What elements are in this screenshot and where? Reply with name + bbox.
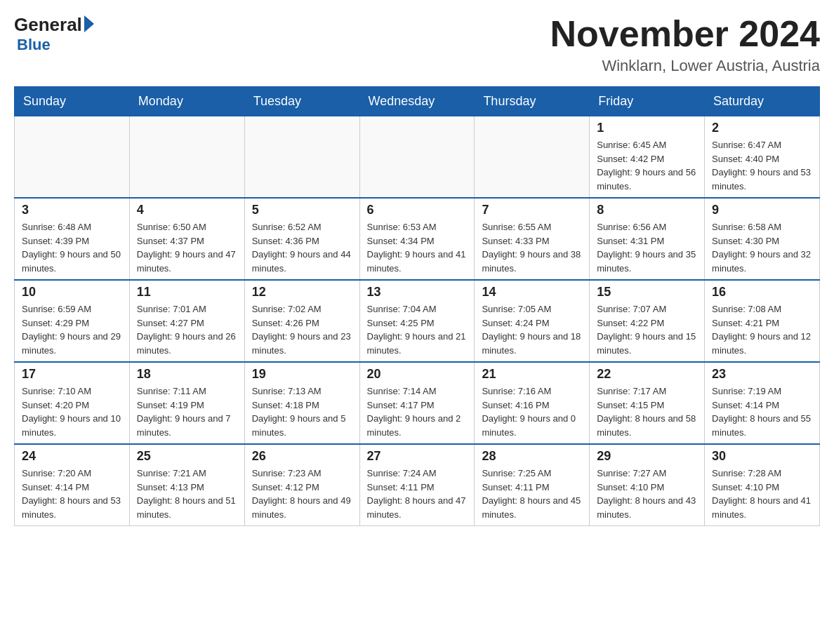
day-number: 2 <box>712 121 812 135</box>
day-number: 16 <box>712 285 812 300</box>
week-row-0: 1Sunrise: 6:45 AMSunset: 4:42 PMDaylight… <box>15 116 820 199</box>
day-info: Sunrise: 7:08 AMSunset: 4:21 PMDaylight:… <box>712 302 812 357</box>
day-number: 21 <box>482 367 582 382</box>
day-number: 4 <box>137 203 237 217</box>
day-number: 24 <box>22 449 122 464</box>
day-info: Sunrise: 6:58 AMSunset: 4:30 PMDaylight:… <box>712 220 812 275</box>
day-number: 18 <box>137 367 237 382</box>
day-info: Sunrise: 7:01 AMSunset: 4:27 PMDaylight:… <box>137 302 237 357</box>
day-info: Sunrise: 7:04 AMSunset: 4:25 PMDaylight:… <box>367 302 468 357</box>
calendar-table: SundayMondayTuesdayWednesdayThursdayFrid… <box>14 86 820 526</box>
day-number: 20 <box>367 367 468 382</box>
day-cell: 30Sunrise: 7:28 AMSunset: 4:10 PMDayligh… <box>705 444 820 526</box>
location-title: Winklarn, Lower Austria, Austria <box>550 57 820 75</box>
day-number: 9 <box>712 203 812 217</box>
day-number: 27 <box>367 449 468 464</box>
day-info: Sunrise: 7:02 AMSunset: 4:26 PMDaylight:… <box>252 302 352 357</box>
day-number: 13 <box>367 285 468 300</box>
day-number: 29 <box>597 449 697 464</box>
day-cell: 4Sunrise: 6:50 AMSunset: 4:37 PMDaylight… <box>129 198 244 280</box>
title-section: November 2024 Winklarn, Lower Austria, A… <box>550 14 820 75</box>
day-info: Sunrise: 7:28 AMSunset: 4:10 PMDaylight:… <box>712 467 812 521</box>
day-cell: 14Sunrise: 7:05 AMSunset: 4:24 PMDayligh… <box>475 280 590 362</box>
day-cell: 13Sunrise: 7:04 AMSunset: 4:25 PMDayligh… <box>359 280 475 362</box>
day-info: Sunrise: 7:11 AMSunset: 4:19 PMDaylight:… <box>137 384 237 439</box>
day-info: Sunrise: 7:13 AMSunset: 4:18 PMDaylight:… <box>252 384 352 439</box>
day-number: 14 <box>482 285 582 300</box>
day-info: Sunrise: 7:07 AMSunset: 4:22 PMDaylight:… <box>597 302 697 357</box>
day-cell: 6Sunrise: 6:53 AMSunset: 4:34 PMDaylight… <box>359 198 475 280</box>
day-number: 17 <box>22 367 122 382</box>
day-number: 25 <box>137 449 237 464</box>
day-info: Sunrise: 7:21 AMSunset: 4:13 PMDaylight:… <box>137 467 237 521</box>
day-number: 11 <box>137 285 237 300</box>
day-cell: 12Sunrise: 7:02 AMSunset: 4:26 PMDayligh… <box>244 280 359 362</box>
day-cell: 24Sunrise: 7:20 AMSunset: 4:14 PMDayligh… <box>15 444 130 526</box>
day-cell: 19Sunrise: 7:13 AMSunset: 4:18 PMDayligh… <box>244 362 359 444</box>
day-cell: 26Sunrise: 7:23 AMSunset: 4:12 PMDayligh… <box>244 444 359 526</box>
day-info: Sunrise: 7:23 AMSunset: 4:12 PMDaylight:… <box>252 467 352 521</box>
day-info: Sunrise: 7:10 AMSunset: 4:20 PMDaylight:… <box>22 384 122 439</box>
day-cell: 10Sunrise: 6:59 AMSunset: 4:29 PMDayligh… <box>15 280 130 362</box>
logo-blue-text: Blue <box>17 36 51 54</box>
day-cell <box>244 116 359 199</box>
day-cell: 28Sunrise: 7:25 AMSunset: 4:11 PMDayligh… <box>475 444 590 526</box>
day-info: Sunrise: 7:20 AMSunset: 4:14 PMDaylight:… <box>22 467 122 521</box>
day-cell <box>15 116 130 199</box>
day-number: 30 <box>712 449 812 464</box>
day-info: Sunrise: 7:24 AMSunset: 4:11 PMDaylight:… <box>367 467 468 521</box>
day-info: Sunrise: 7:14 AMSunset: 4:17 PMDaylight:… <box>367 384 468 439</box>
day-cell: 16Sunrise: 7:08 AMSunset: 4:21 PMDayligh… <box>705 280 820 362</box>
day-cell: 25Sunrise: 7:21 AMSunset: 4:13 PMDayligh… <box>129 444 244 526</box>
header-friday: Friday <box>590 87 705 116</box>
header-thursday: Thursday <box>475 87 590 116</box>
day-info: Sunrise: 7:19 AMSunset: 4:14 PMDaylight:… <box>712 384 812 439</box>
header-monday: Monday <box>129 87 244 116</box>
day-number: 3 <box>22 203 122 217</box>
day-info: Sunrise: 6:52 AMSunset: 4:36 PMDaylight:… <box>252 220 352 275</box>
day-cell: 9Sunrise: 6:58 AMSunset: 4:30 PMDaylight… <box>705 198 820 280</box>
day-info: Sunrise: 7:27 AMSunset: 4:10 PMDaylight:… <box>597 467 697 521</box>
day-cell <box>359 116 475 199</box>
header-sunday: Sunday <box>15 87 130 116</box>
day-number: 19 <box>252 367 352 382</box>
day-info: Sunrise: 7:25 AMSunset: 4:11 PMDaylight:… <box>482 467 582 521</box>
logo-general-text: General <box>14 14 82 36</box>
day-cell: 23Sunrise: 7:19 AMSunset: 4:14 PMDayligh… <box>705 362 820 444</box>
day-info: Sunrise: 6:53 AMSunset: 4:34 PMDaylight:… <box>367 220 468 275</box>
week-row-3: 17Sunrise: 7:10 AMSunset: 4:20 PMDayligh… <box>15 362 820 444</box>
header-saturday: Saturday <box>705 87 820 116</box>
day-number: 15 <box>597 285 697 300</box>
day-cell: 3Sunrise: 6:48 AMSunset: 4:39 PMDaylight… <box>15 198 130 280</box>
logo-top: General <box>14 14 94 36</box>
day-info: Sunrise: 7:05 AMSunset: 4:24 PMDaylight:… <box>482 302 582 357</box>
day-cell: 18Sunrise: 7:11 AMSunset: 4:19 PMDayligh… <box>129 362 244 444</box>
day-number: 23 <box>712 367 812 382</box>
day-info: Sunrise: 6:47 AMSunset: 4:40 PMDaylight:… <box>712 138 812 193</box>
day-number: 8 <box>597 203 697 217</box>
header: General Blue November 2024 Winklarn, Low… <box>14 14 820 75</box>
week-row-1: 3Sunrise: 6:48 AMSunset: 4:39 PMDaylight… <box>15 198 820 280</box>
day-number: 26 <box>252 449 352 464</box>
week-row-2: 10Sunrise: 6:59 AMSunset: 4:29 PMDayligh… <box>15 280 820 362</box>
day-number: 10 <box>22 285 122 300</box>
header-wednesday: Wednesday <box>359 87 475 116</box>
logo: General Blue <box>14 14 94 54</box>
day-cell: 8Sunrise: 6:56 AMSunset: 4:31 PMDaylight… <box>590 198 705 280</box>
day-info: Sunrise: 6:55 AMSunset: 4:33 PMDaylight:… <box>482 220 582 275</box>
header-tuesday: Tuesday <box>244 87 359 116</box>
day-number: 1 <box>597 121 697 135</box>
day-info: Sunrise: 6:59 AMSunset: 4:29 PMDaylight:… <box>22 302 122 357</box>
day-number: 28 <box>482 449 582 464</box>
day-cell: 1Sunrise: 6:45 AMSunset: 4:42 PMDaylight… <box>590 116 705 199</box>
day-number: 5 <box>252 203 352 217</box>
day-cell: 27Sunrise: 7:24 AMSunset: 4:11 PMDayligh… <box>359 444 475 526</box>
day-cell: 2Sunrise: 6:47 AMSunset: 4:40 PMDaylight… <box>705 116 820 199</box>
day-info: Sunrise: 7:16 AMSunset: 4:16 PMDaylight:… <box>482 384 582 439</box>
day-info: Sunrise: 6:45 AMSunset: 4:42 PMDaylight:… <box>597 138 697 193</box>
day-info: Sunrise: 6:50 AMSunset: 4:37 PMDaylight:… <box>137 220 237 275</box>
week-row-4: 24Sunrise: 7:20 AMSunset: 4:14 PMDayligh… <box>15 444 820 526</box>
day-cell: 20Sunrise: 7:14 AMSunset: 4:17 PMDayligh… <box>359 362 475 444</box>
day-info: Sunrise: 7:17 AMSunset: 4:15 PMDaylight:… <box>597 384 697 439</box>
day-cell <box>475 116 590 199</box>
